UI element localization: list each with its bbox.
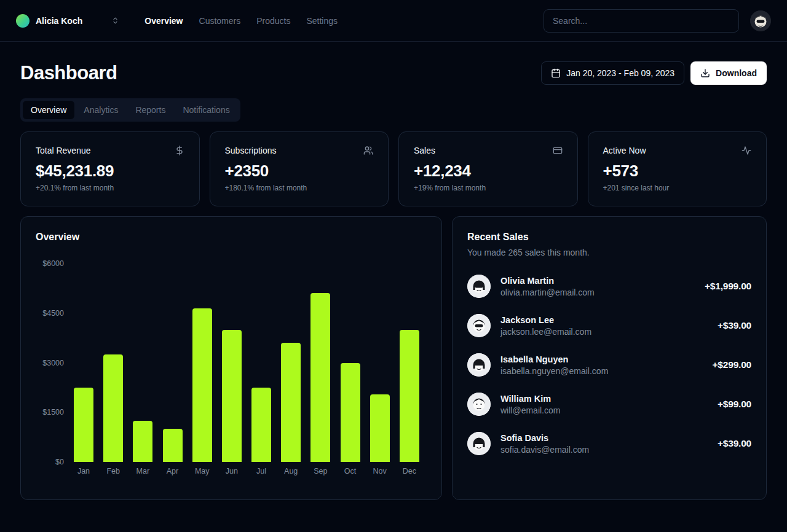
sale-row: William Kim will@email.com +$99.00: [467, 393, 751, 416]
sale-info: Isabella Nguyen isabella.nguyen@email.co…: [500, 354, 608, 376]
chart-x-axis: JanFebMarAprMayJunJulAugSepOctNovDec: [74, 467, 419, 475]
customer-name: Olivia Martin: [500, 276, 595, 286]
stat-title: Total Revenue: [36, 146, 91, 155]
page-head: Dashboard Jan 20, 2023 - Feb 09, 2023 Do…: [20, 61, 767, 85]
customer-avatar: [467, 275, 491, 298]
stat-value: +573: [603, 162, 752, 181]
chart-bar-mar: [133, 421, 152, 462]
chart-bar-feb: [103, 354, 123, 462]
user-menu-avatar[interactable]: [750, 10, 771, 31]
stat-change: +20.1% from last month: [36, 184, 184, 192]
recent-sales-title: Recent Sales: [467, 232, 751, 243]
dashboard-tabs: Overview Analytics Reports Notifications: [20, 98, 240, 122]
x-axis-tick: Jun: [222, 467, 242, 475]
nav-item-customers[interactable]: Customers: [199, 16, 241, 26]
page-title: Dashboard: [20, 62, 117, 84]
x-axis-tick: Apr: [163, 467, 183, 475]
avatar-image: [467, 314, 491, 337]
stat-change: +201 since last hour: [603, 184, 752, 192]
chart-bar-jul: [251, 388, 271, 462]
customer-avatar: [467, 393, 491, 416]
customer-email: sofia.davis@email.com: [500, 445, 589, 455]
stat-card-total-revenue: Total Revenue $45,231.89 +20.1% from las…: [20, 131, 200, 206]
overview-chart-card: Overview $6000$4500$3000$1500$0 JanFebMa…: [20, 216, 442, 500]
stat-value: +2350: [225, 162, 374, 181]
top-navigation-bar: Alicia Koch Overview Customers Products …: [0, 0, 787, 42]
stat-card-active-now: Active Now +573 +201 since last hour: [588, 131, 767, 206]
chart-bar-oct: [341, 363, 360, 463]
nav-item-overview[interactable]: Overview: [144, 16, 183, 26]
stat-change: +180.1% from last month: [225, 184, 374, 192]
customer-avatar: [467, 353, 491, 377]
nav-item-products[interactable]: Products: [256, 16, 290, 26]
x-axis-tick: Mar: [133, 467, 152, 475]
chart-bar-aug: [281, 343, 301, 462]
team-name: Alicia Koch: [36, 16, 82, 26]
download-label: Download: [716, 68, 757, 78]
sale-row: Jackson Lee jackson.lee@email.com +$39.0…: [467, 314, 751, 337]
recent-sales-subtitle: You made 265 sales this month.: [467, 248, 751, 257]
main-content: Dashboard Jan 20, 2023 - Feb 09, 2023 Do…: [0, 42, 787, 515]
tab-reports[interactable]: Reports: [127, 101, 173, 119]
x-axis-tick: Oct: [341, 467, 360, 475]
y-axis-tick: $3000: [42, 359, 64, 367]
customer-name: Jackson Lee: [500, 315, 591, 325]
customer-email: isabella.nguyen@email.com: [500, 366, 608, 376]
bottom-grid: Overview $6000$4500$3000$1500$0 JanFebMa…: [20, 216, 767, 500]
x-axis-tick: Feb: [103, 467, 123, 475]
stat-title: Active Now: [603, 146, 646, 155]
sale-info: Jackson Lee jackson.lee@email.com: [500, 315, 591, 337]
nav-item-settings[interactable]: Settings: [306, 16, 338, 26]
sale-amount: +$1,999.00: [705, 281, 751, 292]
dashboard-app: Alicia Koch Overview Customers Products …: [0, 0, 787, 532]
chart-y-axis: $6000$4500$3000$1500$0: [36, 264, 64, 462]
chart-bars: [74, 264, 419, 462]
chart-bar-sep: [310, 293, 330, 462]
chart-bar-dec: [400, 330, 419, 462]
customer-name: Isabella Nguyen: [500, 354, 608, 364]
sale-row: Isabella Nguyen isabella.nguyen@email.co…: [467, 353, 751, 377]
caret-sort-icon: [111, 16, 120, 25]
user-avatar-image: [750, 10, 771, 31]
team-switcher[interactable]: Alicia Koch: [16, 14, 120, 28]
search-input[interactable]: [544, 9, 739, 33]
stat-title: Sales: [414, 146, 435, 155]
sale-info: William Kim will@email.com: [500, 394, 560, 415]
chart-bar-may: [192, 308, 212, 462]
date-range-picker-button[interactable]: Jan 20, 2023 - Feb 09, 2023: [541, 61, 684, 85]
x-axis-tick: Jul: [251, 467, 271, 475]
customer-avatar: [467, 432, 491, 455]
stat-change: +19% from last month: [414, 184, 563, 192]
chart-bar-nov: [370, 394, 390, 462]
sale-row: Sofia Davis sofia.davis@email.com +$39.0…: [467, 432, 751, 455]
stats-grid: Total Revenue $45,231.89 +20.1% from las…: [20, 131, 767, 206]
sale-info: Sofia Davis sofia.davis@email.com: [500, 433, 589, 455]
dollar-icon: [175, 146, 184, 155]
sale-info: Olivia Martin olivia.martin@email.com: [500, 276, 595, 297]
download-button[interactable]: Download: [690, 61, 767, 85]
chart-bar-apr: [163, 429, 183, 462]
x-axis-tick: Jan: [74, 467, 93, 475]
tab-notifications[interactable]: Notifications: [175, 101, 237, 119]
avatar-image: [467, 432, 491, 455]
x-axis-tick: May: [192, 467, 212, 475]
users-icon: [363, 146, 373, 155]
calendar-icon: [551, 68, 561, 78]
credit-card-icon: [553, 146, 563, 155]
x-axis-tick: Dec: [400, 467, 419, 475]
avatar-image: [467, 275, 491, 298]
sales-list: Olivia Martin olivia.martin@email.com +$…: [467, 275, 751, 455]
stat-title: Subscriptions: [225, 146, 277, 155]
sale-row: Olivia Martin olivia.martin@email.com +$…: [467, 275, 751, 298]
download-icon: [700, 68, 710, 78]
stat-value: +12,234: [414, 162, 563, 181]
team-avatar: [16, 14, 30, 28]
x-axis-tick: Nov: [370, 467, 390, 475]
y-axis-tick: $0: [55, 458, 64, 466]
sale-amount: +$299.00: [713, 359, 751, 370]
recent-sales-card: Recent Sales You made 265 sales this mon…: [452, 216, 767, 500]
sale-amount: +$99.00: [718, 399, 751, 410]
customer-avatar: [467, 314, 491, 337]
tab-overview[interactable]: Overview: [23, 101, 74, 119]
tab-analytics[interactable]: Analytics: [76, 101, 126, 119]
